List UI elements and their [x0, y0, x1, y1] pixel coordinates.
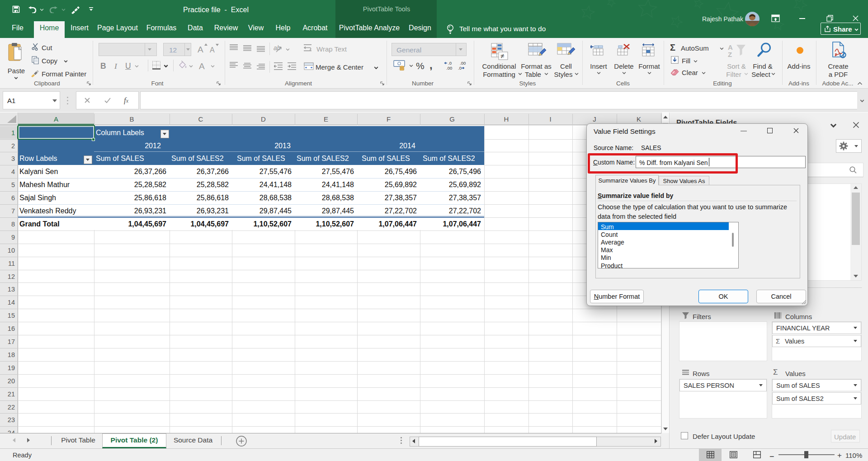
svg-text:≠: ≠ — [500, 52, 504, 60]
svg-text:.00: .00 — [460, 61, 466, 66]
svg-text:.00: .00 — [446, 66, 452, 71]
svg-text:.0: .0 — [458, 66, 462, 71]
svg-text:.0: .0 — [448, 61, 452, 66]
